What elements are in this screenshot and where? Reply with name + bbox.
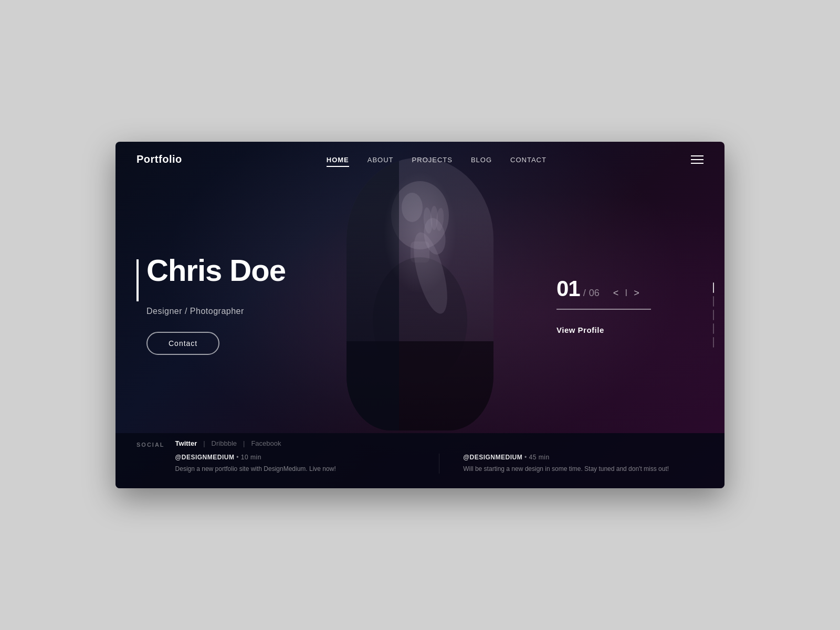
scroll-dot-3 [713, 310, 714, 320]
post-2-header: @DESIGNMEDIUM • 45 min [463, 454, 704, 461]
scroll-indicator [713, 282, 714, 348]
social-tab-twitter[interactable]: Twitter [175, 439, 197, 447]
post-1-text: Design a new portfolio site with DesignM… [175, 464, 416, 474]
social-label: SOCIAL [136, 439, 165, 482]
hero-right: 01 / 06 < I > View Profile [556, 276, 704, 334]
navbar: Portfolio HOME ABOUT PROJECTS BLOG CONTA… [116, 142, 724, 177]
scroll-dot-4 [713, 323, 714, 334]
social-tab-sep-2: | [243, 439, 245, 447]
scroll-dot-2 [713, 296, 714, 307]
nav-link-blog[interactable]: BLOG [471, 156, 492, 164]
post-1-bullet: • [236, 454, 241, 461]
hero-content: Chris Doe Designer / Photographer Contac… [116, 177, 724, 433]
browser-window: Portfolio HOME ABOUT PROJECTS BLOG CONTA… [116, 142, 724, 488]
nav-link-about[interactable]: ABOUT [368, 156, 394, 164]
hamburger-line-2 [691, 159, 704, 160]
hero-section: Portfolio HOME ABOUT PROJECTS BLOG CONTA… [116, 142, 724, 488]
post-1-handle: @DESIGNMEDIUM [175, 454, 235, 461]
nav-item-blog[interactable]: BLOG [471, 155, 492, 164]
post-2-bullet: • [524, 454, 529, 461]
social-content: Twitter | Dribbble | Facebook @DESIGNMED… [175, 439, 704, 482]
post-2-text: Will be starting a new design in some ti… [463, 464, 704, 474]
nav-item-home[interactable]: HOME [327, 155, 349, 164]
nav-link-home[interactable]: HOME [327, 156, 349, 164]
hamburger-line-1 [691, 155, 704, 156]
scroll-dot-5 [713, 337, 714, 348]
contact-button[interactable]: Contact [146, 332, 219, 355]
social-post-1: @DESIGNMEDIUM • 10 min Design a new port… [175, 454, 416, 474]
nav-links: HOME ABOUT PROJECTS BLOG CONTACT [327, 155, 547, 164]
name-border-accent [136, 259, 139, 301]
slide-next-button[interactable]: > [634, 288, 639, 299]
view-profile-link[interactable]: View Profile [556, 326, 704, 334]
slide-separator: / [583, 288, 586, 299]
post-2-handle: @DESIGNMEDIUM [463, 454, 522, 461]
nav-item-contact[interactable]: CONTACT [510, 155, 547, 164]
social-post-2: @DESIGNMEDIUM • 45 min Will be starting … [463, 454, 704, 474]
social-bar: SOCIAL Twitter | Dribbble | Facebook @DE… [116, 433, 724, 488]
nav-link-contact[interactable]: CONTACT [510, 156, 547, 164]
hero-name-block: Chris Doe [136, 255, 357, 301]
social-tab-dribbble[interactable]: Dribbble [212, 439, 237, 447]
nav-item-about[interactable]: ABOUT [368, 155, 394, 164]
social-tab-facebook[interactable]: Facebook [251, 439, 281, 447]
slide-total: 06 [589, 288, 600, 299]
post-1-time: 10 min [241, 454, 261, 461]
social-posts: @DESIGNMEDIUM • 10 min Design a new port… [175, 454, 704, 474]
post-divider [439, 454, 439, 474]
slide-progress-bar [556, 309, 651, 310]
slide-pipe: I [625, 288, 627, 299]
post-1-header: @DESIGNMEDIUM • 10 min [175, 454, 416, 461]
site-logo[interactable]: Portfolio [136, 153, 182, 165]
hero-title: Designer / Photographer [146, 307, 357, 316]
hamburger-menu[interactable] [691, 155, 704, 164]
nav-item-projects[interactable]: PROJECTS [412, 155, 453, 164]
nav-link-projects[interactable]: PROJECTS [412, 156, 453, 164]
scroll-dot-1 [713, 282, 714, 293]
post-2-time: 45 min [529, 454, 550, 461]
slide-counter: 01 / 06 < I > [556, 276, 704, 310]
hamburger-line-3 [691, 163, 704, 164]
social-tabs: Twitter | Dribbble | Facebook [175, 439, 704, 447]
hero-name: Chris Doe [146, 255, 286, 286]
social-tab-sep-1: | [203, 439, 205, 447]
slide-prev-button[interactable]: < [613, 288, 619, 299]
hero-left: Chris Doe Designer / Photographer Contac… [136, 255, 357, 355]
slide-current: 01 [556, 276, 580, 301]
